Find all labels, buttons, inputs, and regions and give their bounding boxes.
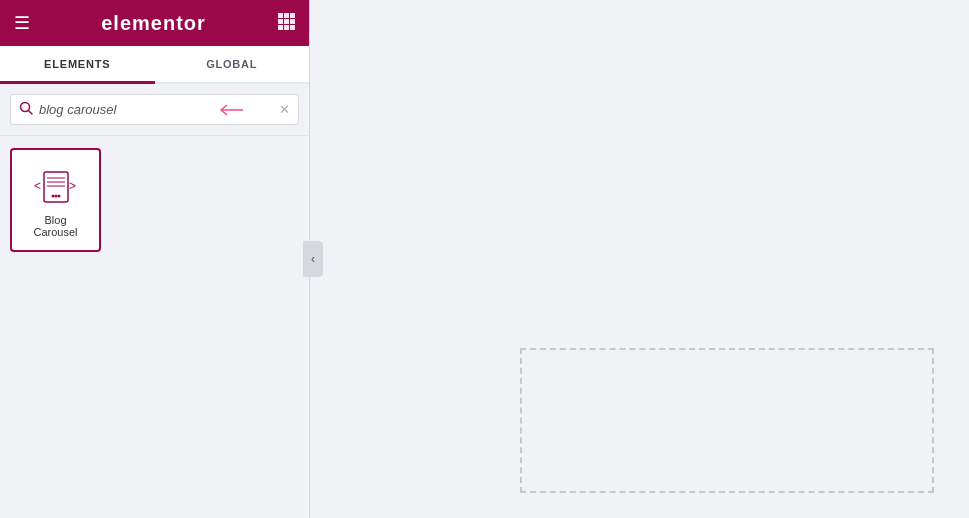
- svg-rect-0: [278, 13, 283, 18]
- search-input-wrapper: ✕: [10, 94, 299, 125]
- svg-rect-8: [290, 25, 295, 30]
- search-container: ✕: [0, 84, 309, 136]
- blog-carousel-label: Blog Carousel: [22, 214, 89, 238]
- search-input[interactable]: [39, 102, 211, 117]
- svg-point-19: [57, 195, 60, 198]
- svg-text:<: <: [34, 179, 41, 193]
- sidebar-header: ☰ elementor: [0, 0, 309, 46]
- svg-rect-6: [278, 25, 283, 30]
- tab-elements[interactable]: ELEMENTS: [0, 46, 155, 82]
- grid-icon[interactable]: [277, 12, 295, 35]
- tabs-bar: ELEMENTS GLOBAL: [0, 46, 309, 84]
- drop-zone[interactable]: [520, 348, 934, 493]
- svg-text:>: >: [69, 179, 76, 193]
- elements-grid: < > Blog Carousel: [10, 148, 299, 252]
- svg-line-10: [29, 111, 33, 115]
- clear-search-button[interactable]: ✕: [279, 102, 290, 117]
- elementor-logo: elementor: [101, 12, 206, 35]
- svg-rect-1: [284, 13, 289, 18]
- blog-carousel-card[interactable]: < > Blog Carousel: [10, 148, 101, 252]
- svg-rect-3: [278, 19, 283, 24]
- hamburger-icon[interactable]: ☰: [14, 12, 30, 34]
- search-icon: [19, 101, 33, 118]
- arrow-indicator: [217, 103, 245, 117]
- collapse-sidebar-button[interactable]: ‹: [303, 241, 323, 277]
- tab-global[interactable]: GLOBAL: [155, 46, 310, 82]
- sidebar: ☰ elementor ELEMENTS GLOBAL: [0, 0, 310, 518]
- elements-area: < > Blog Carousel: [0, 136, 309, 518]
- svg-point-17: [51, 195, 54, 198]
- svg-rect-7: [284, 25, 289, 30]
- svg-rect-4: [284, 19, 289, 24]
- svg-point-18: [54, 195, 57, 198]
- blog-carousel-icon: < >: [33, 168, 79, 206]
- svg-rect-5: [290, 19, 295, 24]
- canvas-area: [310, 0, 969, 518]
- svg-rect-2: [290, 13, 295, 18]
